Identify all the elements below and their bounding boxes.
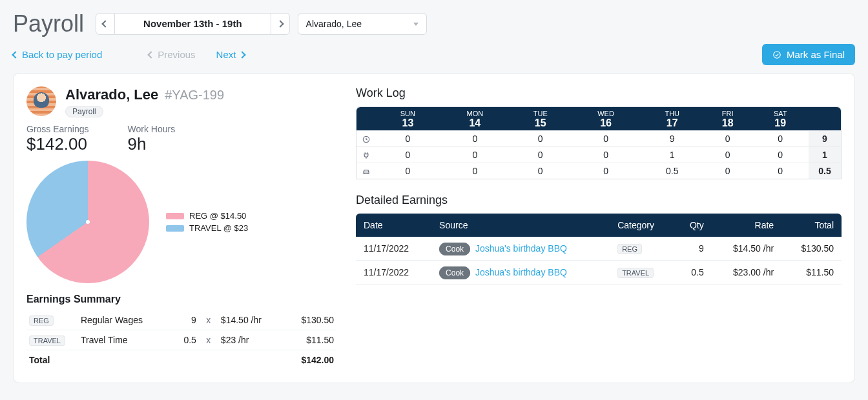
- chevron-left-icon: [12, 51, 19, 58]
- worklog-cell: 0: [703, 130, 752, 146]
- chevron-right-icon: [276, 20, 284, 27]
- summary-qty: 9: [173, 310, 199, 330]
- summary-total-value: $142.00: [283, 350, 336, 370]
- period-nav: November 13th - 19th: [96, 13, 290, 35]
- worklog-row: 00009009: [356, 130, 841, 146]
- employee-id: #YAG-199: [165, 88, 224, 102]
- summary-total: $130.50: [283, 310, 336, 330]
- work-hours-value: 9h: [127, 134, 175, 154]
- worklog-cell: 0: [376, 130, 440, 146]
- avatar: [26, 86, 56, 116]
- worklog-row-icon: [356, 163, 376, 179]
- worklog-row-total: 9: [809, 130, 841, 146]
- detailed-category: TRAVEL: [610, 261, 675, 285]
- back-link[interactable]: Back to pay period: [13, 49, 102, 60]
- legend-item: REG @ $14.50: [166, 211, 248, 221]
- detailed-heading: Detailed Earnings: [356, 194, 842, 207]
- detailed-qty: 0.5: [675, 261, 712, 285]
- worklog-day-head: WED16: [571, 107, 641, 130]
- summary-rate: $23 /hr: [218, 330, 283, 350]
- worklog-cell: 0: [752, 163, 809, 179]
- detailed-total: $11.50: [781, 261, 842, 285]
- mark-final-button[interactable]: Mark as Final: [762, 44, 855, 65]
- plug-icon: [362, 151, 371, 160]
- worklog-row: 00000.5000.5: [356, 163, 841, 179]
- detailed-table: DateSourceCategoryQtyRateTotal 11/17/202…: [356, 214, 842, 285]
- pie-legend: REG @ $14.50TRAVEL @ $23: [166, 208, 248, 235]
- worklog-cell: 0: [440, 146, 510, 163]
- category-tag: REG: [617, 244, 642, 254]
- summary-label: Regular Wages: [78, 310, 173, 330]
- worklog-row-icon: [356, 146, 376, 163]
- summary-x: x: [199, 310, 218, 330]
- period-next-button[interactable]: [271, 13, 290, 35]
- source-link[interactable]: Joshua's birthday BBQ: [475, 243, 567, 254]
- category-tag: TRAVEL: [617, 268, 654, 278]
- period-prev-button[interactable]: [96, 13, 115, 35]
- next-link[interactable]: Next: [216, 49, 245, 60]
- previous-link: Previous: [149, 49, 195, 60]
- page-title: Payroll: [13, 10, 84, 37]
- detailed-col-date: Date: [356, 214, 431, 237]
- legend-label: REG @ $14.50: [189, 211, 246, 221]
- worklog-day-head: TUE15: [510, 107, 571, 130]
- left-column: Alvarado, Lee #YAG-199 Payroll Gross Ear…: [26, 86, 336, 370]
- clock-icon: [362, 135, 371, 144]
- summary-total-row: Total$142.00: [26, 350, 336, 370]
- summary-row: TRAVELTravel Time0.5x$23 /hr$11.50: [26, 330, 336, 350]
- earnings-summary-table: REGRegular Wages9x$14.50 /hr$130.50TRAVE…: [26, 310, 336, 370]
- detailed-col-category: Category: [610, 214, 675, 237]
- employee-badge: Payroll: [65, 106, 103, 117]
- worklog-day-head: THU17: [641, 107, 703, 130]
- summary-tag: REG: [29, 315, 54, 326]
- earnings-summary-heading: Earnings Summary: [26, 294, 336, 305]
- worklog-day-head: FRI18: [703, 107, 752, 130]
- employee-select[interactable]: Alvarado, Lee: [298, 13, 427, 35]
- detailed-col-source: Source: [431, 214, 610, 237]
- worklog-day-head: SUN13: [376, 107, 440, 130]
- detailed-category: REG: [610, 237, 675, 261]
- employee-select-value: Alvarado, Lee: [306, 19, 362, 29]
- detailed-qty: 9: [675, 237, 712, 261]
- back-link-label: Back to pay period: [22, 49, 102, 60]
- summary-row: REGRegular Wages9x$14.50 /hr$130.50: [26, 310, 336, 330]
- worklog-day-head: SAT19: [752, 107, 809, 130]
- worklog-cell: 0: [376, 163, 440, 179]
- worklog-cell: 0.5: [641, 163, 703, 179]
- legend-label: TRAVEL @ $23: [189, 223, 248, 233]
- summary-qty: 0.5: [173, 330, 199, 350]
- worklog-cell: 0: [703, 146, 752, 163]
- detailed-source: Cook Joshua's birthday BBQ: [431, 261, 610, 285]
- worklog-cell: 0: [571, 146, 641, 163]
- worklog-row-total: 1: [809, 146, 841, 163]
- mark-final-label: Mark as Final: [787, 49, 845, 60]
- check-circle-icon: [772, 50, 781, 59]
- worklog-cell: 0: [376, 146, 440, 163]
- earnings-pie-chart: [26, 161, 149, 283]
- detailed-col-rate: Rate: [712, 214, 781, 237]
- legend-item: TRAVEL @ $23: [166, 223, 248, 233]
- worklog-table: SUN13MON14TUE15WED16THU17FRI18SAT19 0000…: [356, 106, 842, 179]
- worklog-heading: Work Log: [356, 86, 842, 100]
- work-hours-label: Work Hours: [127, 124, 175, 134]
- worklog-cell: 0: [510, 146, 571, 163]
- right-column: Work Log SUN13MON14TUE15WED16THU17FRI18S…: [356, 86, 842, 370]
- chevron-left-icon: [101, 20, 108, 27]
- summary-rate: $14.50 /hr: [218, 310, 283, 330]
- worklog-cell: 0: [752, 146, 809, 163]
- legend-swatch: [166, 225, 184, 232]
- period-label[interactable]: November 13th - 19th: [115, 13, 271, 35]
- worklog-cell: 0: [571, 163, 641, 179]
- gross-earnings-value: $142.00: [26, 134, 88, 154]
- chevron-right-icon: [239, 51, 246, 58]
- detailed-date: 11/17/2022: [356, 237, 431, 261]
- summary-tag: TRAVEL: [29, 335, 65, 346]
- previous-label: Previous: [158, 49, 195, 60]
- worklog-row-total: 0.5: [809, 163, 841, 179]
- source-link[interactable]: Joshua's birthday BBQ: [475, 267, 567, 277]
- worklog-total-head: [809, 107, 841, 130]
- payroll-card: Alvarado, Lee #YAG-199 Payroll Gross Ear…: [13, 73, 855, 383]
- detailed-col-qty: Qty: [675, 214, 712, 237]
- legend-swatch: [166, 213, 184, 219]
- worklog-cell: 9: [641, 130, 703, 146]
